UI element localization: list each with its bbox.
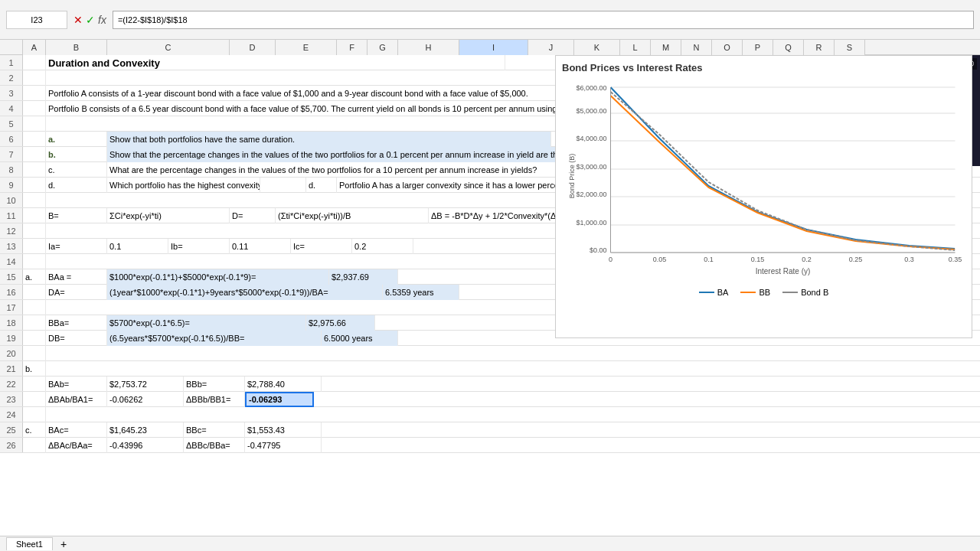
cell-H16[interactable]: 6.5359 years bbox=[383, 285, 459, 300]
cell-B9[interactable]: d. bbox=[46, 178, 107, 193]
cell-G11[interactable]: (Σti*Ci*exp(-yi*ti))/B bbox=[276, 208, 429, 223]
cell-F9[interactable] bbox=[260, 178, 306, 193]
cell-A11[interactable] bbox=[23, 208, 46, 223]
cell-E23[interactable]: ΔBBb/BB1= bbox=[184, 392, 245, 407]
cell-A13[interactable] bbox=[23, 239, 46, 254]
cell-A6[interactable] bbox=[23, 132, 46, 147]
cell-A5[interactable] bbox=[23, 116, 46, 132]
cell-A15[interactable]: a. bbox=[23, 269, 46, 285]
cell-A9[interactable] bbox=[23, 178, 46, 193]
col-header-H[interactable]: H bbox=[398, 40, 459, 55]
cell-G13[interactable]: Ic= bbox=[291, 239, 352, 254]
cell-C8[interactable]: What are the percentage changes in the v… bbox=[107, 162, 567, 178]
cell-D13[interactable]: Ib= bbox=[168, 239, 230, 254]
cell-E11[interactable]: D= bbox=[230, 208, 276, 223]
cell-C11[interactable]: ΣCi*exp(-yi*ti) bbox=[107, 208, 230, 223]
cell-A25[interactable]: c. bbox=[23, 422, 46, 438]
col-header-I[interactable]: I bbox=[459, 40, 528, 55]
cell-A18[interactable] bbox=[23, 315, 46, 331]
cell-B7[interactable]: b. bbox=[46, 147, 107, 162]
cell-E26[interactable]: ΔBBc/BBa= bbox=[184, 438, 245, 453]
cell-C13[interactable]: 0.1 bbox=[107, 239, 168, 254]
cell-A21[interactable]: b. bbox=[23, 361, 46, 377]
cell-B18[interactable]: BBa= bbox=[46, 315, 107, 331]
cell-E22[interactable]: BBb= bbox=[184, 377, 245, 392]
cell-I23-selected[interactable]: -0.06293 bbox=[245, 392, 314, 407]
cell-A7[interactable] bbox=[23, 147, 46, 162]
cell-B6[interactable]: a. bbox=[46, 132, 107, 147]
cell-B13[interactable]: Ia= bbox=[46, 239, 107, 254]
confirm-icon[interactable]: ✓ bbox=[86, 14, 95, 26]
cell-B25[interactable]: BAc= bbox=[46, 422, 107, 438]
cell-B4[interactable]: Portfolio B consists of a 6.5 year disco… bbox=[46, 101, 582, 116]
cell-A4[interactable] bbox=[23, 101, 46, 116]
col-header-K[interactable]: K bbox=[574, 40, 620, 55]
cell-C6[interactable]: Show that both portfolios have the same … bbox=[107, 132, 551, 147]
cell-A10[interactable] bbox=[23, 193, 46, 208]
cell-reference-box[interactable]: I23 bbox=[6, 11, 67, 29]
cell-C22[interactable]: $2,753.72 bbox=[107, 377, 184, 392]
cell-A26[interactable] bbox=[23, 438, 46, 453]
cell-G9-label[interactable]: d. bbox=[306, 178, 337, 193]
cell-A19[interactable] bbox=[23, 331, 46, 346]
col-header-L[interactable]: L bbox=[620, 40, 651, 55]
cell-A22[interactable] bbox=[23, 377, 46, 392]
cell-A12[interactable] bbox=[23, 223, 46, 239]
add-sheet-button[interactable]: + bbox=[56, 538, 71, 550]
cell-B19[interactable]: DB= bbox=[46, 331, 107, 346]
cell-A1[interactable] bbox=[23, 55, 46, 70]
cell-C15[interactable]: $1000*exp(-0.1*1)+$5000*exp(-0.1*9)= bbox=[107, 269, 329, 285]
cell-C9[interactable]: Which portfolio has the highest convexit… bbox=[107, 178, 260, 193]
cell-A3[interactable] bbox=[23, 86, 46, 101]
col-header-O[interactable]: O bbox=[712, 40, 743, 55]
col-header-P[interactable]: P bbox=[743, 40, 773, 55]
cell-A16[interactable] bbox=[23, 285, 46, 300]
cell-H15[interactable]: $2,937.69 bbox=[329, 269, 398, 285]
cell-B1[interactable]: Duration and Convexity bbox=[46, 55, 505, 70]
cell-B15[interactable]: BAa = bbox=[46, 269, 107, 285]
cell-C7[interactable]: Show that the percentage changes in the … bbox=[107, 147, 567, 162]
col-header-A[interactable]: A bbox=[23, 40, 46, 55]
col-header-C[interactable]: C bbox=[107, 40, 230, 55]
col-header-G[interactable]: G bbox=[368, 40, 398, 55]
cell-B3[interactable]: Portfolio A consists of a 1-year discoun… bbox=[46, 86, 567, 101]
col-header-S[interactable]: S bbox=[835, 40, 865, 55]
cell-A20[interactable] bbox=[23, 346, 46, 361]
cell-H18[interactable]: $2,975.66 bbox=[306, 315, 375, 331]
cell-H22[interactable]: $2,788.40 bbox=[245, 377, 322, 392]
cell-A14[interactable] bbox=[23, 254, 46, 269]
cell-B26[interactable]: ΔBAc/BAa= bbox=[46, 438, 107, 453]
cell-A17[interactable] bbox=[23, 300, 46, 315]
col-header-F[interactable]: F bbox=[337, 40, 368, 55]
cell-C16[interactable]: (1year*$1000*exp(-0.1*1)+9years*$5000*ex… bbox=[107, 285, 383, 300]
cell-C25[interactable]: $1,645.23 bbox=[107, 422, 184, 438]
cell-H19[interactable]: 6.5000 years bbox=[322, 331, 398, 346]
cell-H26[interactable]: -0.47795 bbox=[245, 438, 322, 453]
cell-C18[interactable]: $5700*exp(-0.1*6.5)= bbox=[107, 315, 306, 331]
cell-C23[interactable]: -0.06262 bbox=[107, 392, 184, 407]
cell-E25[interactable]: BBc= bbox=[184, 422, 245, 438]
col-header-R[interactable]: R bbox=[804, 40, 835, 55]
cancel-icon[interactable]: ✕ bbox=[74, 14, 83, 26]
cell-H13[interactable]: 0.2 bbox=[352, 239, 413, 254]
cell-B23[interactable]: ΔBAb/BA1= bbox=[46, 392, 107, 407]
col-header-Q[interactable]: Q bbox=[773, 40, 804, 55]
cell-B16[interactable]: DA= bbox=[46, 285, 107, 300]
cell-B11[interactable]: B= bbox=[46, 208, 107, 223]
cell-B22[interactable]: BAb= bbox=[46, 377, 107, 392]
col-header-J[interactable]: J bbox=[528, 40, 574, 55]
col-header-D[interactable]: D bbox=[230, 40, 276, 55]
cell-A23[interactable] bbox=[23, 392, 46, 407]
col-header-N[interactable]: N bbox=[681, 40, 712, 55]
col-header-B[interactable]: B bbox=[46, 40, 107, 55]
cell-C26[interactable]: -0.43996 bbox=[107, 438, 184, 453]
sheet-tab-sheet1[interactable]: Sheet1 bbox=[6, 537, 53, 550]
formula-input[interactable]: =(I22-$I$18)/$I$18 bbox=[113, 11, 974, 29]
col-header-E[interactable]: E bbox=[276, 40, 337, 55]
cell-C19[interactable]: (6.5years*$5700*exp(-0.1*6.5))/BB= bbox=[107, 331, 322, 346]
cell-A8[interactable] bbox=[23, 162, 46, 178]
cell-A2[interactable] bbox=[23, 70, 46, 86]
col-header-M[interactable]: M bbox=[651, 40, 681, 55]
cell-A24[interactable] bbox=[23, 407, 46, 422]
cell-B8[interactable]: c. bbox=[46, 162, 107, 178]
